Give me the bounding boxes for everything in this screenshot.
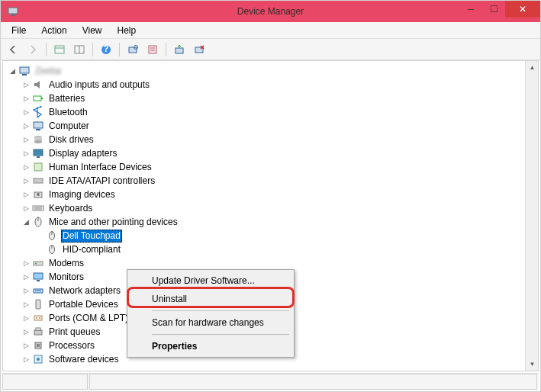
- status-panel-2: [89, 374, 537, 390]
- app-icon: [7, 5, 19, 18]
- tree-node-hid[interactable]: ▷ Human Interface Devices: [3, 160, 538, 174]
- minimize-button[interactable]: ─: [459, 1, 482, 18]
- expander-icon[interactable]: ▷: [21, 368, 31, 369]
- tree-node-computer[interactable]: ▷ Computer: [3, 119, 538, 133]
- maximize-button[interactable]: ☐: [482, 1, 505, 18]
- expander-icon[interactable]: ▷: [21, 176, 31, 185]
- node-label: Disk drives: [47, 133, 95, 146]
- svg-rect-24: [34, 149, 43, 156]
- context-menu-item-properties[interactable]: Properties: [129, 337, 292, 355]
- expander-icon[interactable]: ▷: [21, 108, 31, 117]
- toolbar-separator: [92, 43, 93, 56]
- tree-node-modem[interactable]: ▷ Modems: [3, 256, 538, 270]
- svg-point-54: [37, 358, 40, 361]
- context-menu-separator: [152, 334, 289, 335]
- expander-icon[interactable]: ▷: [21, 121, 31, 130]
- portable-icon: [32, 298, 44, 310]
- network-icon: [32, 284, 44, 297]
- svg-rect-18: [41, 98, 43, 99]
- node-label: Computer: [47, 119, 91, 133]
- update-driver-button[interactable]: [170, 41, 188, 58]
- toolbar-separator: [46, 43, 47, 56]
- expander-icon[interactable]: ▷: [21, 162, 31, 172]
- svg-point-47: [36, 317, 37, 319]
- expander-icon[interactable]: ◢: [8, 66, 17, 76]
- context-menu-item-scan-for-hardware-changes[interactable]: Scan for hardware changes: [129, 313, 292, 332]
- scan-hardware-button[interactable]: [124, 41, 142, 58]
- help-button[interactable]: ?: [97, 41, 115, 58]
- root-label: Zeeba: [34, 64, 63, 78]
- node-label: Imaging devices: [47, 188, 117, 201]
- expander-icon[interactable]: ▷: [21, 135, 31, 144]
- modem-icon: [32, 257, 44, 269]
- svg-rect-19: [34, 122, 43, 128]
- node-label: Human Interface Devices: [47, 160, 153, 174]
- expander-icon[interactable]: ▷: [21, 190, 31, 199]
- context-menu-item-uninstall[interactable]: Uninstall: [129, 290, 292, 308]
- tree-node-ide[interactable]: ▷ IDE ATA/ATAPI controllers: [3, 174, 538, 188]
- svg-rect-25: [37, 156, 40, 158]
- device-manager-window: Device Manager ─ ☐ ✕ File Action View He…: [0, 0, 541, 392]
- properties-pane-button[interactable]: [70, 41, 89, 58]
- toolbar-separator: [119, 43, 120, 56]
- tree-node-imaging[interactable]: ▷ Imaging devices: [3, 188, 538, 201]
- vertical-scrollbar[interactable]: ▲ ▼: [525, 61, 538, 371]
- tree-node-sound[interactable]: ▷ Sound, video and game controllers: [3, 366, 538, 369]
- expander-icon[interactable]: ▷: [21, 341, 31, 350]
- menu-view[interactable]: View: [76, 24, 108, 37]
- back-button[interactable]: [4, 41, 22, 58]
- svg-rect-1: [11, 14, 15, 16]
- properties-button[interactable]: [143, 41, 162, 58]
- svg-rect-50: [36, 328, 40, 330]
- tree-leaf-dell-touchpad[interactable]: ▷ Dell Touchpad: [3, 229, 538, 243]
- uninstall-device-button[interactable]: [190, 41, 208, 58]
- disk-icon: [32, 133, 44, 146]
- expander-icon[interactable]: ▷: [21, 259, 31, 268]
- menu-file[interactable]: File: [5, 24, 32, 37]
- svg-point-29: [37, 193, 40, 196]
- expander-icon[interactable]: ▷: [21, 149, 31, 158]
- expander-icon[interactable]: ▷: [21, 286, 31, 295]
- tree-node-battery[interactable]: ▷ Batteries: [3, 92, 538, 105]
- titlebar[interactable]: Device Manager ─ ☐ ✕: [1, 1, 540, 22]
- tree-node-keyboard[interactable]: ▷ Keyboards: [3, 201, 538, 215]
- expander-icon[interactable]: ▷: [21, 355, 31, 364]
- context-menu-item-update-driver-software-[interactable]: Update Driver Software...: [129, 272, 292, 290]
- expander-icon[interactable]: ▷: [21, 313, 31, 323]
- ide-icon: [32, 175, 44, 187]
- node-label: Display adapters: [47, 146, 118, 160]
- statusbar: [2, 373, 539, 390]
- node-label: IDE ATA/ATAPI controllers: [47, 174, 156, 188]
- svg-rect-45: [36, 300, 40, 309]
- expander-icon[interactable]: ◢: [21, 217, 31, 227]
- tree-node-display[interactable]: ▷ Display adapters: [3, 146, 538, 160]
- menu-action[interactable]: Action: [35, 24, 72, 37]
- expander-icon[interactable]: ▷: [21, 204, 31, 213]
- expander-icon[interactable]: ▷: [21, 300, 31, 309]
- svg-rect-30: [33, 206, 43, 210]
- expander-icon[interactable]: ▷: [21, 80, 31, 89]
- svg-rect-16: [22, 74, 27, 76]
- expander-icon[interactable]: ▷: [21, 327, 31, 336]
- close-button[interactable]: ✕: [505, 1, 540, 18]
- tree-node-disk[interactable]: ▷ Disk drives: [3, 133, 538, 146]
- forward-button[interactable]: [24, 41, 42, 58]
- show-hidden-button[interactable]: [50, 41, 69, 58]
- tree-root[interactable]: ◢ Zeeba: [3, 64, 538, 78]
- svg-rect-42: [37, 280, 40, 281]
- scroll-up-arrow[interactable]: ▲: [526, 61, 539, 74]
- battery-icon: [32, 92, 44, 104]
- svg-rect-17: [34, 96, 41, 101]
- scroll-down-arrow[interactable]: ▼: [526, 358, 539, 371]
- tree-node-audio[interactable]: ▷ Audio inputs and outputs: [3, 78, 538, 92]
- tree-node-mouse[interactable]: ◢ Mice and other pointing devices: [3, 215, 538, 229]
- tree-leaf-hid-compliant[interactable]: ▷ HID-compliant: [3, 243, 538, 256]
- tree-node-bluetooth[interactable]: ▷ Bluetooth: [3, 105, 538, 119]
- expander-icon[interactable]: ▷: [21, 94, 31, 103]
- menu-help[interactable]: Help: [111, 24, 143, 37]
- expander-icon[interactable]: ▷: [21, 272, 31, 281]
- svg-rect-39: [34, 262, 43, 265]
- svg-point-23: [34, 140, 42, 143]
- node-label: Bluetooth: [47, 105, 89, 119]
- cpu-icon: [32, 339, 44, 352]
